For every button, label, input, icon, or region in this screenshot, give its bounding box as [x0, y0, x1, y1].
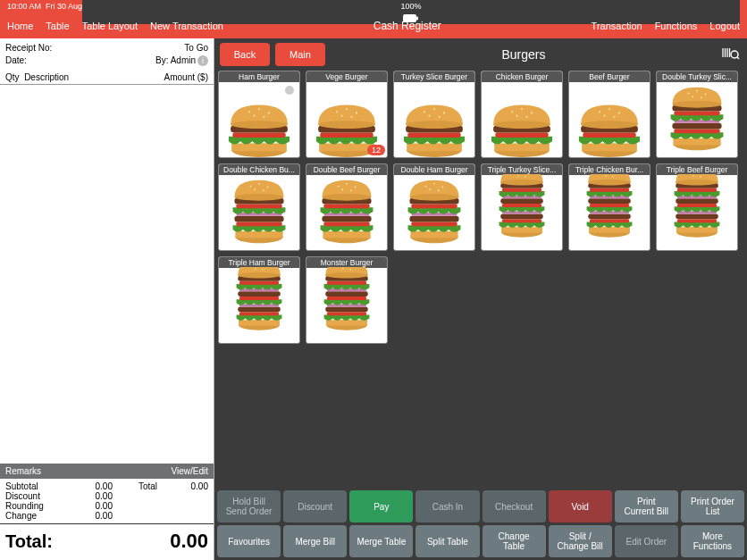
svg-rect-98	[410, 231, 457, 238]
main-button[interactable]: Main	[275, 43, 325, 66]
change-table-button[interactable]: ChangeTable	[483, 525, 546, 557]
nav-transaction[interactable]: Transaction	[592, 21, 642, 31]
svg-rect-10	[232, 132, 285, 138]
svg-rect-163	[239, 297, 279, 300]
svg-point-173	[262, 269, 264, 271]
svg-point-17	[263, 116, 264, 118]
nav-home[interactable]: Home	[7, 21, 33, 31]
svg-rect-86	[323, 221, 369, 226]
nav-table[interactable]: Table	[46, 21, 69, 31]
svg-rect-89	[323, 204, 369, 208]
svg-point-53	[599, 111, 600, 113]
back-button[interactable]: Back	[220, 43, 270, 66]
merge-bill-button[interactable]: Merge Bill	[283, 525, 347, 557]
svg-rect-161	[238, 306, 281, 312]
svg-point-83	[263, 189, 264, 191]
function-buttons: Hold BillSend Order Discount Pay Cash In…	[214, 488, 747, 560]
discount-button[interactable]: Discount	[283, 490, 347, 522]
receipt-items	[0, 85, 214, 464]
svg-rect-102	[411, 204, 457, 208]
svg-point-66	[688, 93, 690, 95]
svg-point-65	[672, 101, 721, 108]
svg-rect-72	[235, 231, 282, 238]
svg-point-107	[442, 187, 444, 188]
svg-point-33	[424, 111, 425, 113]
product-card[interactable]: Chicken Burger	[481, 71, 563, 158]
cash-in-button[interactable]: Cash In	[415, 490, 479, 522]
product-card[interactable]: Double Ham Burger	[393, 163, 475, 251]
svg-rect-164	[238, 291, 281, 297]
svg-point-36	[428, 115, 430, 117]
svg-point-23	[336, 111, 338, 113]
print-current-bill-button[interactable]: PrintCurrent Bill	[615, 490, 678, 522]
void-button[interactable]: Void	[549, 490, 612, 522]
product-card[interactable]: Triple Beef Burger	[656, 163, 738, 251]
svg-point-92	[338, 186, 340, 188]
svg-rect-148	[676, 198, 718, 204]
svg-rect-147	[677, 204, 717, 207]
checkout-button[interactable]: Checkout	[483, 490, 546, 522]
svg-rect-60	[674, 129, 719, 133]
svg-rect-182	[327, 281, 366, 285]
product-card[interactable]: Double Beef Burger	[306, 163, 388, 251]
product-card[interactable]: Triple Ham Burger	[218, 256, 300, 344]
product-card[interactable]: Double Turkey Slic...	[656, 71, 738, 158]
svg-point-56	[603, 115, 605, 117]
svg-line-7	[737, 57, 739, 59]
product-card[interactable]: Ham Burger	[218, 71, 300, 158]
svg-point-124	[517, 175, 519, 177]
svg-rect-176	[327, 312, 366, 315]
product-card[interactable]: Double Chicken Bu...	[218, 163, 300, 251]
svg-rect-99	[411, 221, 457, 226]
svg-rect-76	[236, 204, 281, 208]
svg-point-109	[438, 189, 440, 191]
burger-icon	[482, 82, 562, 156]
favourites-button[interactable]: Favourites	[217, 525, 281, 557]
print-order-list-button[interactable]: Print OrderList	[681, 490, 744, 522]
burger-icon	[657, 175, 737, 249]
split-change-bill-button[interactable]: Split /Change Bill	[549, 525, 612, 557]
svg-point-136	[588, 180, 631, 186]
nav-functions[interactable]: Functions	[655, 21, 698, 31]
product-card[interactable]: Triple Turkey Slice...	[481, 163, 563, 251]
product-card[interactable]: Monster Burger	[306, 256, 388, 344]
product-card[interactable]: Turkey Slice Burger	[393, 71, 475, 158]
svg-point-189	[349, 269, 351, 271]
info-icon[interactable]: i	[197, 55, 208, 66]
status-dot-icon	[285, 86, 294, 95]
nav-table-layout[interactable]: Table Layout	[82, 21, 138, 31]
svg-rect-39	[494, 144, 550, 152]
nav-new-transaction[interactable]: New Transaction	[150, 21, 223, 31]
svg-rect-115	[502, 204, 541, 207]
barcode-search-icon[interactable]	[722, 46, 742, 63]
remarks-bar[interactable]: RemarksView/Edit	[0, 464, 214, 479]
svg-point-55	[618, 112, 620, 113]
product-card[interactable]: Beef Burger	[568, 71, 650, 158]
svg-rect-116	[500, 198, 543, 204]
receipt-panel: Receipt No:To Go Date:By: Admini Qty Des…	[0, 38, 214, 560]
product-grid: Ham BurgerVege Burger12Turkey Slice Burg…	[214, 67, 747, 488]
hold-bill-button[interactable]: Hold BillSend Order	[217, 490, 281, 522]
svg-rect-50	[583, 132, 635, 138]
product-card[interactable]: Vege Burger12	[306, 71, 388, 158]
svg-rect-144	[677, 219, 717, 222]
svg-point-108	[429, 188, 431, 190]
nav-logout[interactable]: Logout	[709, 21, 740, 31]
svg-rect-59	[673, 138, 720, 146]
more-functions-button[interactable]: MoreFunctions	[681, 525, 744, 557]
merge-table-button[interactable]: Merge Table	[349, 525, 413, 557]
svg-rect-118	[502, 188, 541, 192]
svg-point-13	[248, 111, 250, 113]
split-table-button[interactable]: Split Table	[415, 525, 479, 557]
product-card[interactable]: Triple Chicken Bur...	[568, 163, 650, 251]
svg-rect-179	[327, 297, 366, 300]
svg-rect-74	[234, 216, 283, 222]
pay-button[interactable]: Pay	[349, 490, 413, 522]
svg-point-104	[409, 194, 458, 201]
edit-order-button[interactable]: Edit Order	[615, 525, 678, 557]
svg-point-82	[254, 188, 256, 190]
svg-point-32	[406, 121, 463, 129]
qty-badge: 12	[367, 145, 385, 155]
svg-point-152	[676, 180, 718, 186]
svg-rect-85	[323, 231, 370, 238]
